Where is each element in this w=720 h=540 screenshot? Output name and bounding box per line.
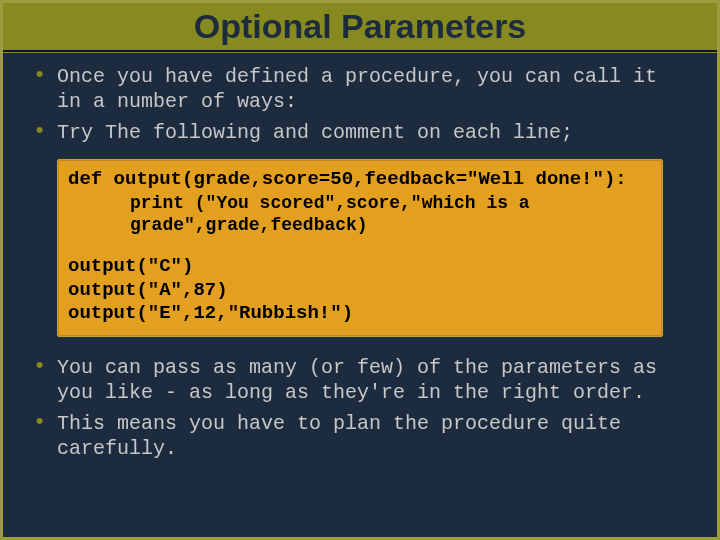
- code-calls: output("C") output("A",87) output("E",12…: [68, 255, 652, 326]
- bullet-text: Once you have defined a procedure, you c…: [57, 65, 657, 113]
- bullet-item: Try The following and comment on each li…: [33, 120, 687, 145]
- bullet-text: This means you have to plan the procedur…: [57, 412, 621, 460]
- bullet-text: You can pass as many (or few) of the par…: [57, 356, 657, 404]
- code-line: grade",grade,feedback): [68, 214, 652, 237]
- code-line: def output(grade,score=50,feedback="Well…: [68, 168, 652, 192]
- slide: Optional Parameters Once you have define…: [0, 0, 720, 540]
- code-block: def output(grade,score=50,feedback="Well…: [57, 159, 663, 337]
- bullet-text: Try The following and comment on each li…: [57, 121, 573, 144]
- bullet-item: Once you have defined a procedure, you c…: [33, 64, 687, 114]
- bullet-item: This means you have to plan the procedur…: [33, 411, 687, 461]
- code-line: output("E",12,"Rubbish!"): [68, 302, 652, 326]
- code-line: output("A",87): [68, 279, 652, 303]
- code-line: print ("You scored",score,"which is a: [68, 192, 652, 215]
- top-bullets: Once you have defined a procedure, you c…: [33, 64, 687, 145]
- bottom-bullets: You can pass as many (or few) of the par…: [33, 355, 687, 461]
- code-line: output("C"): [68, 255, 652, 279]
- bullet-item: You can pass as many (or few) of the par…: [33, 355, 687, 405]
- slide-title: Optional Parameters: [3, 3, 717, 52]
- slide-body: Once you have defined a procedure, you c…: [3, 52, 717, 461]
